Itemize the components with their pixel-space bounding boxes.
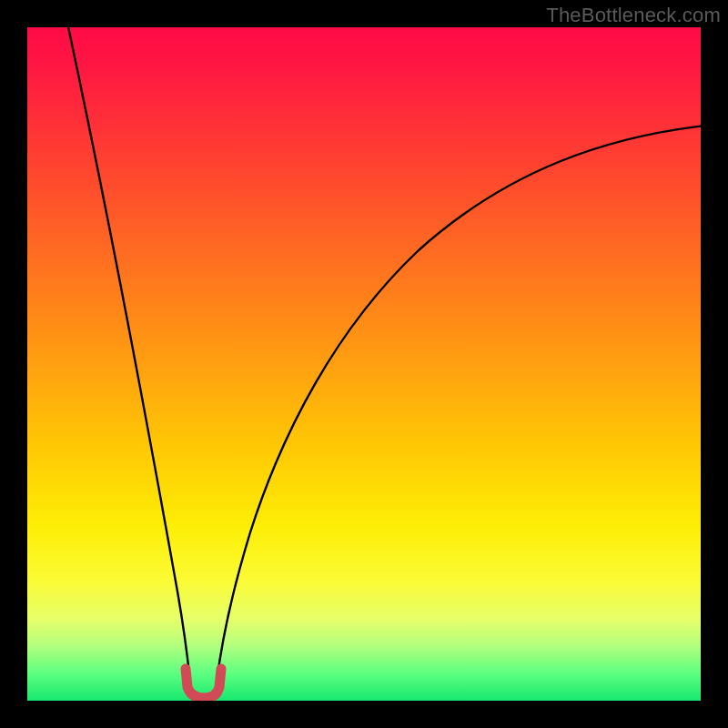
watermark-text: TheBottleneck.com bbox=[546, 4, 721, 27]
curve-layer bbox=[27, 27, 701, 701]
plot-area bbox=[27, 27, 701, 701]
valley-marker bbox=[186, 669, 221, 698]
curve-left-branch bbox=[67, 27, 190, 682]
curve-right-branch bbox=[217, 126, 701, 682]
chart-frame: TheBottleneck.com bbox=[0, 0, 728, 728]
